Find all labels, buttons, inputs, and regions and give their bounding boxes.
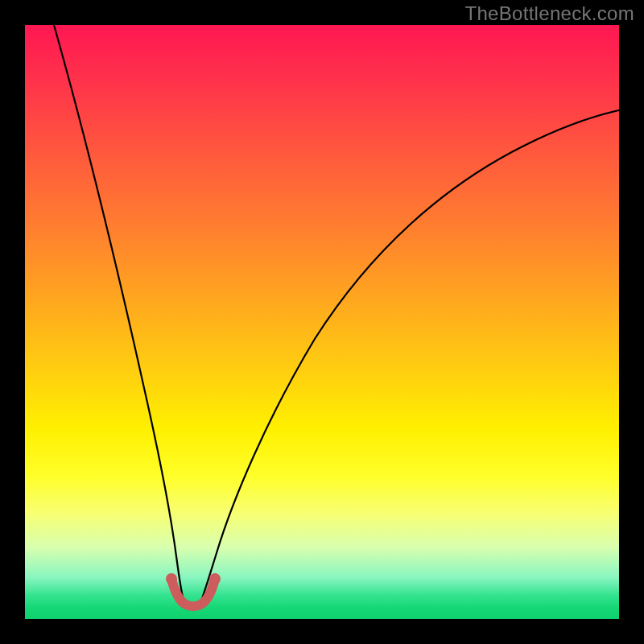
curve-left-branch: [54, 25, 184, 603]
valley-endpoint-right: [209, 573, 221, 584]
valley-highlight-segment: [171, 579, 215, 606]
watermark-text: TheBottleneck.com: [464, 2, 634, 25]
chart-svg: [25, 25, 619, 619]
chart-plot-area: [25, 25, 619, 619]
valley-endpoint-left: [166, 573, 177, 584]
curve-right-branch: [200, 110, 619, 603]
